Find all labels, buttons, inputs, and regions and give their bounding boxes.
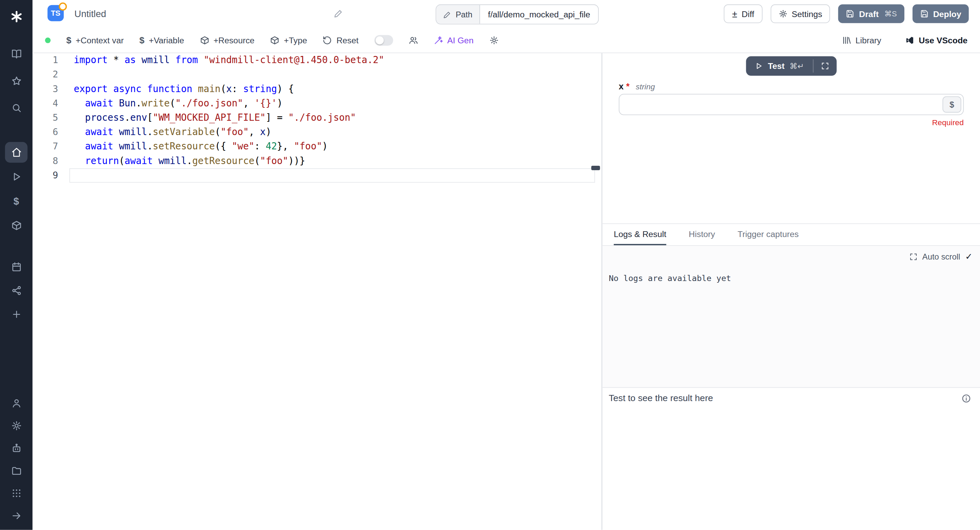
code-line-4[interactable]: 4 await Bun.write("./foo.json", '{}'): [32, 96, 601, 110]
status-dot: [45, 37, 51, 43]
sidebar-item-search[interactable]: [5, 97, 28, 118]
path-control[interactable]: Path f/all/demo_mocked_api_file: [436, 5, 599, 24]
check-icon[interactable]: ✓: [965, 251, 972, 261]
add-type-label: +Type: [284, 35, 307, 45]
sidebar-item-schedules-calendar[interactable]: [5, 257, 28, 277]
scrollbar-marker[interactable]: [591, 166, 600, 170]
code-line-5[interactable]: 5 process.env["WM_MOCKED_API_FILE"] = ".…: [32, 111, 601, 125]
expand-logs-icon[interactable]: [909, 252, 917, 260]
content-row: 1import * as wmill from "windmill-client…: [32, 53, 980, 530]
sidebar-item-windmill-logo[interactable]: [5, 5, 28, 28]
deploy-icon: [920, 10, 929, 18]
draft-button[interactable]: Draft ⌘S: [838, 5, 904, 23]
add-type-button[interactable]: +Type: [270, 35, 307, 45]
add-variable-label: +Variable: [149, 35, 184, 45]
path-label: Path: [456, 10, 472, 19]
insert-variable-button[interactable]: $: [942, 96, 961, 113]
settings-gear-icon: [11, 420, 21, 431]
sidebar-item-docs[interactable]: [5, 44, 28, 64]
library-button[interactable]: Library: [842, 35, 881, 45]
sidebar-item-triggers-nodes[interactable]: [5, 280, 28, 301]
dollar-icon: $: [66, 35, 71, 45]
path-value: f/all/demo_mocked_api_file: [480, 5, 598, 24]
line-number: 3: [32, 82, 68, 96]
tab-logs-result[interactable]: Logs & Result: [614, 224, 666, 245]
code-text: [69, 67, 74, 82]
code-line-9[interactable]: 9: [32, 168, 601, 182]
code-line-2[interactable]: 2: [32, 67, 601, 82]
add-variable-button[interactable]: $ +Variable: [139, 35, 184, 45]
sidebar-item-add-plus[interactable]: [5, 304, 28, 325]
auto-scroll-label[interactable]: Auto scroll: [922, 252, 960, 261]
sidebar-item-workers-robot[interactable]: [5, 438, 28, 459]
tab-history[interactable]: History: [689, 224, 715, 245]
editor-settings-gear-icon[interactable]: [489, 35, 499, 45]
sidebar-item-variables-dollar[interactable]: $: [5, 191, 28, 211]
collaborators-icon[interactable]: [409, 35, 418, 45]
collab-toggle[interactable]: [374, 35, 393, 45]
draft-indicator: [59, 2, 67, 11]
add-resource-label: +Resource: [213, 35, 254, 45]
sidebar-item-expand-arrow[interactable]: [5, 506, 28, 526]
diff-button[interactable]: ± Diff: [724, 5, 762, 23]
sidebar-item-folders[interactable]: [5, 460, 28, 481]
edit-title-button[interactable]: [334, 9, 343, 20]
test-shortcut: ⌘↵: [789, 61, 804, 71]
variables-dollar-icon: $: [14, 195, 19, 207]
script-title[interactable]: Untitled: [74, 8, 106, 19]
code-text: await wmill.setResource({ "we": 42}, "fo…: [69, 139, 328, 154]
reset-button[interactable]: Reset: [323, 35, 358, 45]
reset-icon: [323, 35, 332, 45]
arg-x-input[interactable]: [619, 94, 964, 115]
code-text: export async function main(x: string) {: [69, 82, 294, 96]
apps-grid-icon: [11, 488, 21, 499]
favorites-star-icon: [11, 76, 21, 86]
ai-gen-button[interactable]: AI Gen: [433, 35, 473, 45]
sidebar-top-group: [5, 44, 28, 118]
expand-test-button[interactable]: [813, 56, 837, 76]
tab-trigger-captures[interactable]: Trigger captures: [737, 224, 799, 245]
code-text: await Bun.write("./foo.json", '{}'): [69, 96, 283, 110]
logs-tools: Auto scroll ✓: [909, 251, 972, 261]
code-editor[interactable]: 1import * as wmill from "windmill-client…: [32, 53, 601, 530]
run-section: Test ⌘↵ x * string: [603, 53, 980, 223]
arg-input-wrap: $: [619, 94, 964, 115]
code-text: process.env["WM_MOCKED_API_FILE"] = "./f…: [69, 111, 356, 125]
path-edit-button[interactable]: Path: [436, 5, 480, 24]
logs-panel: Auto scroll ✓ No logs are available yet: [603, 246, 980, 388]
test-label: Test: [768, 61, 785, 71]
pencil-icon: [334, 9, 343, 18]
info-icon[interactable]: [961, 394, 971, 404]
line-number: 8: [32, 154, 68, 168]
pencil-icon: [443, 10, 451, 18]
wand-sparkles-icon: [433, 35, 443, 45]
line-number: 6: [32, 125, 68, 139]
deploy-label: Deploy: [933, 9, 961, 19]
code-line-1[interactable]: 1import * as wmill from "windmill-client…: [32, 53, 601, 67]
code-line-3[interactable]: 3export async function main(x: string) {: [32, 82, 601, 96]
library-icon: [842, 35, 851, 45]
deploy-button[interactable]: Deploy: [913, 5, 969, 23]
sidebar-item-user[interactable]: [5, 393, 28, 414]
sidebar-item-runs-play[interactable]: [5, 166, 28, 187]
add-resource-button[interactable]: +Resource: [200, 35, 255, 45]
test-button[interactable]: Test ⌘↵: [746, 56, 813, 76]
logs-empty-text: No logs are available yet: [609, 273, 731, 283]
settings-button[interactable]: Settings: [770, 5, 830, 23]
code-line-8[interactable]: 8 return(await wmill.getResource("foo"))…: [32, 154, 601, 168]
sidebar-item-home[interactable]: [5, 142, 28, 163]
docs-icon: [11, 49, 21, 59]
dollar-icon: $: [139, 35, 145, 45]
sidebar-logo-group: [5, 5, 28, 28]
code-line-7[interactable]: 7 await wmill.setResource({ "we": 42}, "…: [32, 139, 601, 154]
sidebar-item-resources-cube[interactable]: [5, 215, 28, 236]
use-vscode-button[interactable]: Use VScode: [905, 35, 968, 45]
add-context-var-button[interactable]: $ +Context var: [66, 35, 124, 45]
home-icon: [11, 147, 21, 158]
sidebar-item-favorites-star[interactable]: [5, 70, 28, 91]
sidebar-item-apps-grid[interactable]: [5, 483, 28, 504]
code-line-6[interactable]: 6 await wmill.setVariable("foo", x): [32, 125, 601, 139]
settings-label: Settings: [792, 9, 822, 19]
result-panel: Test to see the result here: [603, 388, 980, 530]
sidebar-item-settings-gear[interactable]: [5, 415, 28, 436]
